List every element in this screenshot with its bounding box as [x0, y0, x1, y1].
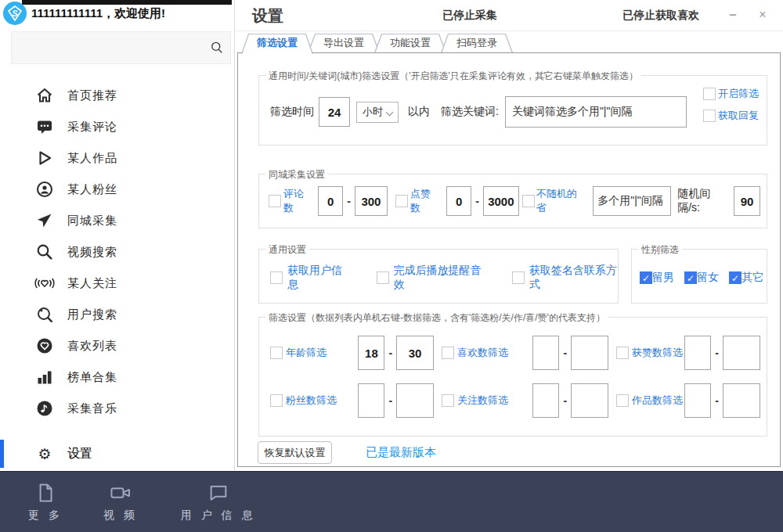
- sidebar: S 111111111111，欢迎使用! 首页推荐: [0, 0, 235, 471]
- sidebar-item-likes[interactable]: 喜欢列表: [0, 330, 234, 361]
- sidebar-item-comments[interactable]: 采集评论: [0, 111, 234, 142]
- like-count-max-input[interactable]: [571, 336, 608, 370]
- fans-count-max-input[interactable]: [396, 383, 434, 418]
- sidebar-item-works[interactable]: 某人作品: [0, 142, 234, 174]
- heart-circle-icon: [33, 336, 56, 355]
- comment-max-input[interactable]: [355, 186, 388, 216]
- user-circle-icon: [33, 180, 56, 199]
- video-icon: [109, 482, 132, 504]
- praise-count-max-input[interactable]: [723, 336, 760, 370]
- fans-count-filter-group: 粉丝数筛选 -: [270, 383, 434, 418]
- age-filter-checkbox[interactable]: [270, 347, 283, 359]
- settings-panel: 通用时间/关键词(城市)筛选设置（'开启筛选'只在采集评论有效，其它右键菜单触发…: [237, 52, 781, 467]
- gear-icon: ⚙: [33, 447, 56, 462]
- fieldset-legend: 通用设置: [265, 243, 309, 257]
- works-count-min-input[interactable]: [684, 383, 711, 418]
- keep-female-row: 留女: [684, 271, 719, 285]
- comment-count-checkbox[interactable]: [269, 195, 281, 207]
- filter-time-label: 筛选时间: [270, 105, 314, 119]
- sidebar-item-settings[interactable]: ⚙ 设置: [0, 438, 234, 469]
- search-icon: [33, 243, 56, 261]
- like-count-min-input[interactable]: [532, 336, 559, 370]
- within-label: 以内: [408, 105, 430, 119]
- like-min-input[interactable]: [446, 186, 471, 216]
- keyword-input[interactable]: [505, 96, 687, 128]
- sidebar-item-fans[interactable]: 某人粉丝: [0, 174, 234, 205]
- sidebar-item-video-search[interactable]: 视频搜索: [0, 236, 234, 268]
- tab-function-settings[interactable]: 功能设置: [374, 34, 446, 52]
- age-min-input[interactable]: [358, 336, 384, 370]
- svg-text:S: S: [12, 9, 18, 18]
- follow-count-filter-checkbox[interactable]: [442, 394, 454, 407]
- interval-label: 随机间隔/s:: [677, 187, 729, 215]
- like-count-filter-checkbox[interactable]: [442, 347, 454, 359]
- keep-other-checkbox[interactable]: [729, 271, 742, 284]
- play-sound-checkbox[interactable]: [377, 271, 389, 284]
- tab-export-settings[interactable]: 导出设置: [308, 34, 380, 52]
- province-checkbox[interactable]: [522, 195, 535, 207]
- version-status-link[interactable]: 已是最新版本: [366, 445, 436, 460]
- close-button[interactable]: ×: [752, 5, 773, 25]
- filter-time-input[interactable]: [319, 97, 350, 127]
- fieldset-legend: 筛选设置（数据列表内单机右键-数据筛选，含有'筛选粉/关/作/喜/赞'的代表支持…: [265, 311, 608, 325]
- fans-count-min-input[interactable]: [358, 383, 384, 418]
- fieldset-legend: 同城采集设置: [265, 168, 328, 182]
- page-title: 设置: [252, 5, 283, 27]
- tab-qr-login[interactable]: 扫码登录: [441, 34, 513, 52]
- welcome-text: 111111111111，欢迎使用!: [31, 6, 165, 21]
- sidebar-search: [11, 31, 231, 64]
- get-reply-checkbox-row: 获取回复: [703, 109, 759, 123]
- age-max-input[interactable]: [396, 336, 434, 370]
- collect-status-text: 已停止采集: [442, 9, 497, 23]
- search-input[interactable]: [12, 41, 204, 54]
- main-header: 设置 已停止采集 已停止获取喜欢 – ×: [236, 0, 783, 31]
- comment-min-input[interactable]: [318, 186, 343, 216]
- signature-contact-checkbox[interactable]: [512, 271, 525, 284]
- chat-icon: [207, 482, 229, 504]
- get-userinfo-checkbox[interactable]: [270, 271, 283, 284]
- get-reply-checkbox[interactable]: [703, 110, 716, 122]
- bar-chart-icon: [33, 368, 56, 386]
- works-count-max-input[interactable]: [723, 383, 760, 418]
- works-count-filter-checkbox[interactable]: [616, 394, 629, 407]
- fieldset-legend: 性别筛选: [638, 243, 682, 257]
- comment-icon: [33, 117, 56, 136]
- like-status-text: 已停止获取喜欢: [622, 9, 699, 23]
- minimize-button[interactable]: –: [723, 5, 743, 25]
- bottom-item-more[interactable]: 更 多: [28, 482, 63, 523]
- like-count-checkbox[interactable]: [395, 195, 408, 207]
- broadcast-heart-icon: [33, 274, 56, 293]
- praise-count-min-input[interactable]: [684, 336, 711, 370]
- gender-filter-fieldset: 性别筛选 留男 留女 其它: [631, 249, 767, 304]
- time-keyword-fieldset: 通用时间/关键词(城市)筛选设置（'开启筛选'只在采集评论有效，其它右键菜单触发…: [258, 75, 767, 146]
- like-max-input[interactable]: [483, 186, 519, 216]
- sidebar-item-city[interactable]: 同城采集: [0, 205, 234, 236]
- age-filter-group: 年龄筛选 -: [270, 336, 434, 370]
- navigation-icon: [33, 211, 56, 230]
- sidebar-item-rankings[interactable]: 榜单合集: [0, 361, 234, 393]
- bottom-item-userinfo[interactable]: 用 户 信 息: [181, 482, 256, 523]
- keep-female-checkbox[interactable]: [684, 271, 697, 284]
- sidebar-item-music[interactable]: 采集音乐: [0, 393, 234, 424]
- sidebar-item-user-search[interactable]: 用户搜索: [0, 299, 234, 330]
- follow-count-min-input[interactable]: [532, 383, 559, 418]
- praise-count-filter-checkbox[interactable]: [616, 347, 629, 359]
- province-list-input[interactable]: [593, 186, 671, 216]
- sidebar-item-follows[interactable]: 某人关注: [0, 268, 234, 299]
- keep-male-checkbox[interactable]: [640, 271, 652, 284]
- search-icon[interactable]: [204, 40, 230, 56]
- reset-defaults-button[interactable]: 恢复默认设置: [258, 441, 332, 464]
- bottom-item-video[interactable]: 视 频: [103, 482, 138, 523]
- fans-count-filter-checkbox[interactable]: [270, 394, 283, 407]
- enable-filter-checkbox[interactable]: [703, 88, 716, 100]
- time-unit-select[interactable]: 小时: [356, 102, 399, 123]
- city-collect-fieldset: 同城采集设置 评论数 - 点赞数 - 不随机的省 随机间隔/s:: [258, 174, 767, 228]
- tab-filter-settings[interactable]: 筛选设置: [241, 34, 313, 52]
- keyword-label: 筛选关键词:: [441, 105, 499, 119]
- sidebar-item-home[interactable]: 首页推荐: [0, 80, 234, 111]
- music-circle-icon: [33, 399, 56, 418]
- follow-count-filter-group: 关注数筛选 -: [442, 383, 608, 418]
- general-settings-fieldset: 通用设置 获取用户信息 完成后播放提醒音效 获取签名含联系方式: [258, 249, 619, 304]
- follow-count-max-input[interactable]: [571, 383, 608, 418]
- interval-input[interactable]: [734, 186, 760, 216]
